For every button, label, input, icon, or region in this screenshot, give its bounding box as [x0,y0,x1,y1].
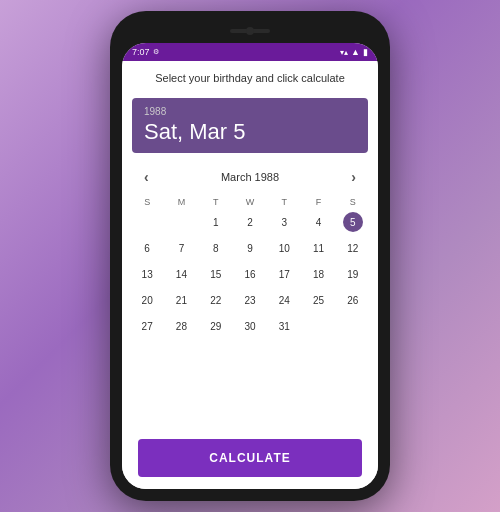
day-29[interactable]: 29 [199,313,233,339]
day-23[interactable]: 23 [233,287,267,313]
status-right: ▾▴ ▲ ▮ [340,47,368,57]
day-6[interactable]: 6 [130,235,164,261]
weekday-fri: F [301,195,335,209]
wifi-icon: ▾▴ [340,48,348,57]
weekday-sun: S [130,195,164,209]
calendar-week-1: 1 2 3 4 5 [130,209,370,235]
day-21[interactable]: 21 [164,287,198,313]
date-year: 1988 [144,106,356,117]
day-10[interactable]: 10 [267,235,301,261]
calendar-grid: S M T W T F S 1 [130,195,370,339]
day-22[interactable]: 22 [199,287,233,313]
weekday-thu: T [267,195,301,209]
day-3[interactable]: 3 [267,209,301,235]
calendar-container: ‹ March 1988 › S M T W T F S [122,159,378,431]
day-30[interactable]: 30 [233,313,267,339]
calendar-week-2: 6 7 8 9 10 11 12 [130,235,370,261]
day-24[interactable]: 24 [267,287,301,313]
calendar-weekday-header: S M T W T F S [130,195,370,209]
day-12[interactable]: 12 [336,235,370,261]
calendar-week-4: 20 21 22 23 24 25 26 [130,287,370,313]
status-bar: 7:07 ⚙ ▾▴ ▲ ▮ [122,43,378,61]
day-8[interactable]: 8 [199,235,233,261]
battery-icon: ▮ [363,47,368,57]
day-14[interactable]: 14 [164,261,198,287]
calendar-week-3: 13 14 15 16 17 18 19 [130,261,370,287]
status-left: 7:07 ⚙ [132,47,159,57]
day-5[interactable]: 5 [336,209,370,235]
status-time: 7:07 [132,47,150,57]
day-empty [301,313,335,339]
prev-month-button[interactable]: ‹ [138,167,155,187]
weekday-tue: T [199,195,233,209]
day-26[interactable]: 26 [336,287,370,313]
day-19[interactable]: 19 [336,261,370,287]
signal-icon: ▲ [351,47,360,57]
day-27[interactable]: 27 [130,313,164,339]
weekday-sat: S [336,195,370,209]
calendar-week-5: 27 28 29 30 31 [130,313,370,339]
day-7[interactable]: 7 [164,235,198,261]
phone-camera [246,27,254,35]
next-month-button[interactable]: › [345,167,362,187]
day-16[interactable]: 16 [233,261,267,287]
day-2[interactable]: 2 [233,209,267,235]
day-15[interactable]: 15 [199,261,233,287]
phone-notch [122,23,378,43]
calculate-button[interactable]: CALCULATE [138,439,362,477]
calendar-header: ‹ March 1988 › [130,163,370,191]
weekday-wed: W [233,195,267,209]
day-13[interactable]: 13 [130,261,164,287]
day-20[interactable]: 20 [130,287,164,313]
day-17[interactable]: 17 [267,261,301,287]
date-display: 1988 Sat, Mar 5 [132,98,368,153]
day-4[interactable]: 4 [301,209,335,235]
settings-icon: ⚙ [153,48,159,56]
day-9[interactable]: 9 [233,235,267,261]
phone-frame: 7:07 ⚙ ▾▴ ▲ ▮ Select your birthday and c… [110,11,390,501]
weekday-mon: M [164,195,198,209]
app-subtitle: Select your birthday and click calculate [122,61,378,92]
day-31[interactable]: 31 [267,313,301,339]
date-full: Sat, Mar 5 [144,119,356,145]
day-18[interactable]: 18 [301,261,335,287]
day-28[interactable]: 28 [164,313,198,339]
day-empty [130,209,164,235]
day-1[interactable]: 1 [199,209,233,235]
day-11[interactable]: 11 [301,235,335,261]
day-empty [336,313,370,339]
day-25[interactable]: 25 [301,287,335,313]
calendar-month-year: March 1988 [221,171,279,183]
phone-screen: 7:07 ⚙ ▾▴ ▲ ▮ Select your birthday and c… [122,43,378,489]
app-content: Select your birthday and click calculate… [122,61,378,489]
day-empty [164,209,198,235]
